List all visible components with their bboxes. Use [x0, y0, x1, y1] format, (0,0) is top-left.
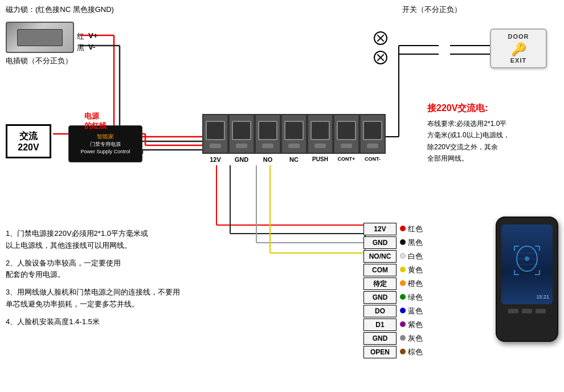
wire-dot-9	[400, 349, 406, 354]
terminal-label-contminus: CONT-	[359, 156, 386, 163]
terminal-no	[255, 114, 281, 154]
door-exit-label1: DOOR	[508, 33, 529, 40]
wire-row-2: NO/NC白色	[363, 250, 428, 263]
wire-dot-0	[400, 226, 406, 231]
wire-color-6: 蓝色	[400, 306, 428, 316]
maglock-device	[6, 22, 74, 53]
switch-line-1	[374, 31, 387, 45]
door-exit-button: DOOR 🔑 EXIT	[490, 28, 547, 68]
power-brand: 智能家	[80, 133, 130, 141]
wire-label-1: GND	[363, 236, 397, 249]
wire-dot-5	[400, 294, 406, 300]
wire-dot-7	[400, 321, 406, 327]
wire-row-1: GND黑色	[363, 236, 428, 250]
maglock-label: 磁力锁：(红色接NC 黑色接GND)	[6, 5, 114, 15]
terminal-connectors	[202, 114, 386, 154]
ac-label: 交流	[19, 130, 38, 142]
panel-220v: 接220V交流电: 布线要求:必须选用2*1.0平 方毫米(或1.0以上)电源线…	[427, 103, 558, 165]
wire-label-8: GND	[363, 332, 397, 345]
wire-label-9: OPEN	[363, 346, 397, 358]
terminal-label-gnd: GND	[228, 156, 255, 163]
terminal-contminus	[359, 114, 386, 154]
face-bottom-buttons	[508, 309, 546, 313]
wire-row-5: GND绿色	[363, 291, 428, 304]
terminal-push	[307, 114, 333, 154]
switch-symbol	[374, 31, 387, 64]
terminal-contplus	[333, 114, 359, 154]
wire-color-1: 黑色	[400, 238, 428, 248]
terminal-label-12v: 12V	[202, 156, 228, 163]
panel-220v-text: 布线要求:必须选用2*1.0平 方毫米(或1.0以上)电源线， 除220V交流之…	[427, 118, 558, 165]
wire-dot-6	[400, 308, 406, 313]
note-1: 1、门禁电源接220V必须用2*1.0平方毫米或 以上电源线，其他连接线可以用网…	[6, 228, 216, 252]
wire-dot-1	[400, 239, 406, 245]
terminal-labels: 12V GND NO NC PUSH CONT+ CONT-	[202, 156, 386, 163]
wire-label-2: NO/NC	[363, 250, 397, 263]
note-4: 4、人脸机安装高度1.4-1.5米	[6, 316, 216, 328]
wire-row-0: 12V红色	[363, 222, 428, 236]
wire-color-8: 灰色	[400, 333, 428, 344]
wire-dot-8	[400, 335, 406, 341]
switch-line-2	[374, 51, 387, 64]
face-btn-1	[508, 309, 518, 313]
wire-row-7: D1紫色	[363, 318, 428, 332]
wire-color-0: 红色	[400, 224, 428, 234]
wire-color-3: 黄色	[400, 265, 428, 275]
terminal-label-push: PUSH	[307, 156, 333, 163]
elock-label: 电插锁（不分正负）	[6, 56, 72, 66]
power-supply-info: 智能家 门禁专用电源 Power Supply Control	[80, 133, 130, 155]
terminal-label-no: NO	[255, 156, 281, 163]
wire-label-4: 待定	[363, 277, 397, 290]
terminal-label-nc: NC	[281, 156, 307, 163]
face-btn-3	[536, 309, 546, 313]
wire-row-8: GND灰色	[363, 332, 428, 345]
wire-dot-4	[400, 280, 406, 286]
wire-vplus-label: V+	[88, 31, 97, 40]
maglock-body	[17, 29, 63, 46]
note-2: 2、人脸设备功率较高，一定要使用 配套的专用电源。	[6, 258, 216, 281]
wire-label-7: D1	[363, 318, 397, 331]
terminal-nc	[281, 114, 307, 154]
ac-voltage: 220V	[18, 142, 39, 153]
wire-label-6: DO	[363, 305, 397, 317]
wire-row-4: 待定橙色	[363, 277, 428, 291]
power-red-label: 电源 的红线	[84, 112, 107, 131]
wire-dot-3	[400, 267, 406, 272]
power-model-en: Power Supply Control	[80, 148, 130, 156]
wire-color-9: 棕色	[400, 347, 428, 357]
panel-220v-title: 接220V交流电:	[427, 103, 558, 115]
wire-table: 12V红色GND黑色NO/NC白色COM黄色待定橙色GND绿色DO蓝色D1紫色G…	[363, 222, 428, 359]
wire-label-0: 12V	[363, 223, 397, 235]
wire-color-7: 紫色	[400, 320, 428, 330]
terminal-12v	[202, 114, 228, 154]
face-screen: 15:21	[501, 224, 553, 304]
switch-circle-1	[374, 31, 387, 45]
notes-section: 1、门禁电源接220V必须用2*1.0平方毫米或 以上电源线，其他连接线可以用网…	[6, 228, 216, 334]
wire-row-9: OPEN棕色	[363, 345, 428, 359]
door-exit-icon: 🔑	[511, 42, 526, 57]
face-recognition-device: 15:21	[496, 217, 558, 342]
wire-label-black: 黑	[77, 43, 84, 53]
wire-vminus-label: V-	[88, 43, 95, 51]
face-btn-2	[522, 309, 532, 313]
door-exit-label2: EXIT	[510, 57, 526, 64]
switch-label: 开关（不分正负）	[402, 5, 461, 15]
face-device-time: 15:21	[536, 294, 549, 300]
terminal-gnd1	[228, 114, 255, 154]
wire-color-4: 橙色	[400, 279, 428, 289]
power-model: 门禁专用电源	[80, 141, 130, 148]
note-3: 3、用网线做人脸机和门禁电源之间的连接线，不要用 单芯线避免功率损耗，一定要多芯…	[6, 287, 216, 311]
wire-row-3: COM黄色	[363, 263, 428, 277]
terminal-label-contplus: CONT+	[333, 156, 359, 163]
wire-label-red: 红	[77, 31, 84, 42]
svg-point-35	[525, 256, 529, 261]
wire-color-5: 绿色	[400, 292, 428, 303]
ac-power-box: 交流 220V	[6, 124, 51, 158]
wire-row-6: DO蓝色	[363, 304, 428, 318]
switch-circle-2	[374, 51, 387, 64]
wire-label-3: COM	[363, 264, 397, 276]
wire-dot-2	[400, 253, 406, 259]
terminal-block: 12V GND NO NC PUSH CONT+ CONT-	[202, 114, 386, 163]
wire-label-5: GND	[363, 291, 397, 304]
wire-color-2: 白色	[400, 251, 428, 262]
